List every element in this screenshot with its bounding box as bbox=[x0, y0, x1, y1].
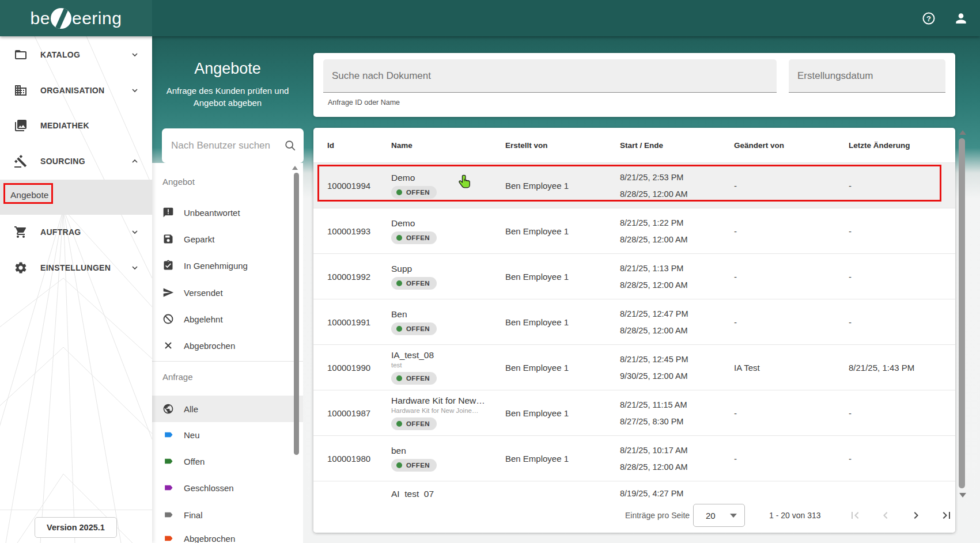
logo-n-icon bbox=[51, 8, 71, 29]
row-id: 100001991 bbox=[327, 317, 391, 327]
table-row[interactable]: 100001993 Demo OFFEN Ben Employee 1 8/21… bbox=[313, 208, 955, 253]
row-name: IA_test_08 bbox=[391, 350, 434, 360]
status-badge: OFFEN bbox=[391, 186, 437, 199]
row-id: 100001990 bbox=[327, 363, 391, 373]
row-created-by: Ben Employee 1 bbox=[505, 454, 620, 464]
row-changed-by: - bbox=[734, 226, 849, 236]
next-page-button[interactable] bbox=[909, 508, 923, 522]
previous-page-button[interactable] bbox=[879, 508, 892, 522]
block-icon bbox=[162, 313, 174, 325]
row-changed-by: - bbox=[734, 181, 849, 191]
row-created-by: Ben Employee 1 bbox=[505, 272, 620, 282]
table-row[interactable]: 100001992 Supp OFFEN Ben Employee 1 8/21… bbox=[313, 253, 955, 299]
row-created-by: Ben Employee 1 bbox=[505, 408, 620, 418]
filter-item-geschlossen[interactable]: Geschlossen bbox=[152, 474, 303, 501]
creation-date-input[interactable] bbox=[789, 59, 945, 93]
row-created-by: Ben Employee 1 bbox=[505, 226, 620, 236]
table-footer: Einträge pro Seite 20 1 - 20 von 313 bbox=[313, 498, 955, 533]
chevron-down-icon bbox=[130, 263, 139, 272]
row-changed-by: - bbox=[734, 408, 849, 418]
table-row[interactable]: 100001994 Demo OFFEN Ben Employee 1 8/21… bbox=[313, 162, 955, 208]
brand-logo: be eering bbox=[0, 0, 152, 36]
status-dot-icon bbox=[396, 421, 402, 427]
gavel-icon bbox=[14, 154, 28, 168]
caret-down-icon bbox=[730, 514, 737, 518]
filter-item-neu[interactable]: Neu bbox=[152, 422, 303, 448]
help-icon[interactable]: ? bbox=[921, 11, 936, 26]
table-scrollbar-up[interactable] bbox=[959, 130, 966, 135]
sidebar-label-mediathek: MEDIATHEK bbox=[40, 121, 89, 130]
filter-item-abgebrochen-anfrage[interactable]: Abgebrochen bbox=[152, 525, 303, 543]
photo-library-icon bbox=[14, 119, 28, 132]
version-button[interactable]: Version 2025.1 bbox=[35, 517, 117, 538]
status-dot-icon bbox=[396, 235, 402, 241]
row-created-by: Ben Employee 1 bbox=[505, 363, 620, 373]
table-row[interactable]: 100001980 ben OFFEN Ben Employee 1 8/21/… bbox=[313, 435, 955, 481]
sidebar-item-auftrag[interactable]: AUFTRAG bbox=[0, 219, 152, 245]
logo-text-post: eering bbox=[72, 9, 122, 28]
save-icon bbox=[162, 233, 174, 245]
column-header-erstellt-von: Erstellt von bbox=[505, 141, 620, 150]
last-page-button[interactable] bbox=[940, 508, 953, 522]
sidebar-item-einstellungen[interactable]: EINSTELLUNGEN bbox=[0, 255, 152, 281]
first-page-button[interactable] bbox=[848, 508, 862, 522]
filter-item-alle[interactable]: Alle bbox=[152, 396, 303, 422]
sidebar-nav: KATALOG ORGANISATION MEDIATHEK SOURCING … bbox=[0, 36, 152, 543]
row-name: Demo bbox=[391, 173, 415, 183]
filter-item-versendet[interactable]: Versendet bbox=[152, 279, 303, 306]
close-x-icon bbox=[162, 340, 174, 351]
anfrage-section-heading: Anfrage bbox=[162, 372, 193, 382]
row-last-change: - bbox=[849, 317, 955, 327]
user-search-input[interactable] bbox=[170, 139, 284, 152]
chevron-up-icon bbox=[130, 157, 139, 166]
table-row[interactable]: 100001987 Hardware Kit for New… Hardware… bbox=[313, 390, 955, 435]
column-header-start-ende: Start / Ende bbox=[620, 141, 734, 150]
gear-icon bbox=[14, 261, 28, 275]
filter-item-abgebrochen-angebot[interactable]: Abgebrochen bbox=[152, 332, 303, 359]
page-size-select[interactable]: 20 bbox=[693, 504, 745, 527]
status-dot-icon bbox=[396, 189, 402, 195]
sidebar-label-organisation: ORGANISATION bbox=[40, 86, 104, 95]
sidebar-item-organisation[interactable]: ORGANISATION bbox=[0, 77, 152, 104]
sidebar-item-sourcing[interactable]: SOURCING bbox=[0, 148, 152, 174]
filter-item-geparkt[interactable]: Geparkt bbox=[152, 226, 303, 252]
row-last-change: - bbox=[849, 181, 955, 191]
filter-item-final[interactable]: Final bbox=[152, 502, 303, 528]
sidebar-item-katalog[interactable]: KATALOG bbox=[0, 41, 152, 68]
row-last-change: - bbox=[849, 272, 955, 282]
user-search-box[interactable] bbox=[162, 128, 304, 163]
content-region: Angebote Anfrage des Kunden prüfen und A… bbox=[152, 36, 980, 543]
filter-item-unbeantwortet[interactable]: Unbeantwortet bbox=[152, 199, 303, 226]
user-account-icon[interactable] bbox=[953, 11, 968, 26]
table-scrollbar-thumb[interactable] bbox=[959, 138, 965, 488]
filter-item-offen[interactable]: Offen bbox=[152, 448, 303, 474]
panel-scrollbar-up[interactable] bbox=[292, 166, 298, 170]
row-name: Supp bbox=[391, 264, 412, 274]
column-header-name: Name bbox=[391, 141, 505, 150]
sidebar-label-sourcing: SOURCING bbox=[40, 157, 85, 166]
row-changed-by: IA Test bbox=[734, 363, 849, 373]
row-id: 100001992 bbox=[327, 272, 391, 282]
row-name: ben bbox=[391, 446, 406, 456]
document-search-helper: Anfrage ID oder Name bbox=[328, 98, 400, 107]
table-scrollbar-down[interactable] bbox=[959, 493, 966, 498]
panel-scrollbar-thumb[interactable] bbox=[294, 173, 299, 455]
sidebar-label-auftrag: AUFTRAG bbox=[40, 227, 81, 237]
table-row[interactable]: 100001991 Ben OFFEN Ben Employee 1 8/21/… bbox=[313, 299, 955, 344]
row-changed-by: - bbox=[734, 317, 849, 327]
table-row[interactable]: 100001990 IA_test_08 test OFFEN Ben Empl… bbox=[313, 344, 955, 390]
row-changed-by: - bbox=[734, 272, 849, 282]
status-dot-icon bbox=[396, 375, 402, 381]
filter-item-in-genehmigung[interactable]: In Genehmigung bbox=[152, 252, 303, 279]
sidebar-item-mediathek[interactable]: MEDIATHEK bbox=[0, 112, 152, 139]
column-header-geaendert-von: Geändert von bbox=[734, 141, 849, 150]
top-bar: be eering ? bbox=[0, 0, 980, 36]
status-dot-icon bbox=[396, 462, 402, 468]
document-search-input[interactable] bbox=[323, 59, 777, 93]
status-badge: OFFEN bbox=[391, 277, 437, 290]
sidebar-label-katalog: KATALOG bbox=[40, 50, 80, 59]
filter-item-abgelehnt[interactable]: Abgelehnt bbox=[152, 306, 303, 332]
filter-divider bbox=[152, 361, 303, 362]
tag-icon-green bbox=[162, 455, 174, 467]
chevron-down-icon bbox=[130, 86, 139, 95]
